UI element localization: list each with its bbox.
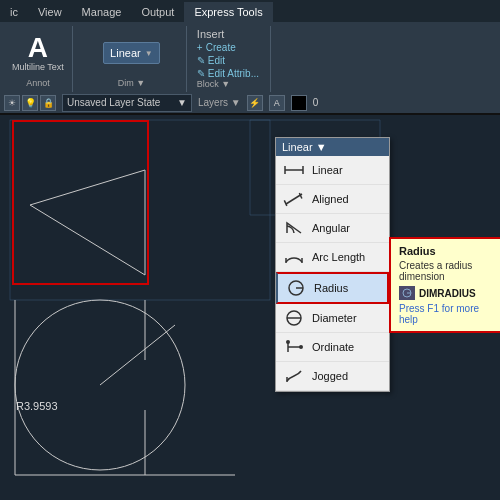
tab-view[interactable]: View — [28, 2, 72, 22]
aligned-dim-icon — [282, 189, 306, 209]
tooltip-title: Radius — [399, 245, 494, 257]
ribbon-content: A Multiline Text Annot Linear ▼ Dim ▼ In… — [0, 22, 500, 92]
multiline-text-label: Multiline Text — [12, 62, 64, 72]
annot-group: A Multiline Text Annot — [4, 26, 73, 92]
edit-attrib-icon: ✎ — [197, 68, 205, 79]
tab-ic[interactable]: ic — [0, 2, 28, 22]
create-icon: + — [197, 42, 203, 53]
small-icon-2[interactable]: A — [269, 95, 285, 111]
color-value: 0 — [313, 97, 319, 108]
layers-label: Layers ▼ — [198, 97, 241, 108]
jogged-label-item: Jogged — [312, 370, 348, 382]
insert-buttons: + Create ✎ Edit ✎ Edit Attrib... — [197, 42, 264, 79]
lock-icon[interactable]: 🔒 — [40, 95, 56, 111]
canvas-area: R3.9593 Linear ▼ Linear Aligned Angular — [0, 115, 500, 500]
dim-item-angular[interactable]: Angular — [276, 214, 389, 243]
dimension-group: Linear ▼ Dim ▼ — [77, 26, 187, 92]
tooltip-command-row: DIMRADIUS — [399, 286, 494, 300]
aligned-label-item: Aligned — [312, 193, 349, 205]
create-label: Create — [206, 42, 236, 53]
tab-manage[interactable]: Manage — [72, 2, 132, 22]
edit-attrib-label: Edit Attrib... — [208, 68, 259, 79]
edit-attrib-button[interactable]: ✎ Edit Attrib... — [197, 68, 264, 79]
linear-dim-icon — [282, 160, 306, 180]
ordinate-dim-icon — [282, 337, 306, 357]
small-icon-1[interactable]: ⚡ — [247, 95, 263, 111]
svg-point-29 — [299, 345, 303, 349]
jogged-dim-icon — [282, 366, 306, 386]
ribbon-tabs: ic View Manage Output Express Tools — [0, 0, 500, 22]
linear-dropdown-button[interactable]: Linear ▼ — [103, 42, 160, 64]
layer-icons: ☀ 💡 🔒 — [4, 95, 56, 111]
linear-label: Linear — [110, 47, 141, 59]
dimension-group-label: Dim ▼ — [118, 78, 145, 90]
dimension-dropdown[interactable]: Linear ▼ Linear Aligned Angular — [275, 137, 390, 392]
svg-line-18 — [286, 194, 302, 204]
angular-label-item: Angular — [312, 222, 350, 234]
arc-length-label-item: Arc Length — [312, 251, 365, 263]
layer-name: Unsaved Layer State — [67, 97, 160, 108]
insert-label: Insert — [197, 28, 264, 40]
edit-icon: ✎ — [197, 55, 205, 66]
dim-item-aligned[interactable]: Aligned — [276, 185, 389, 214]
dim-item-arc-length[interactable]: Arc Length — [276, 243, 389, 272]
tooltip-panel: Radius Creates a radius dimension DIMRAD… — [389, 237, 500, 333]
dim-item-radius[interactable]: Radius — [276, 272, 389, 304]
dim-item-diameter[interactable]: Diameter — [276, 304, 389, 333]
multiline-text-icon: A — [28, 34, 48, 62]
dim-item-jogged[interactable]: Jogged — [276, 362, 389, 391]
svg-point-30 — [286, 340, 290, 344]
color-box[interactable] — [291, 95, 307, 111]
diameter-label-item: Diameter — [312, 312, 357, 324]
layer-dropdown-arrow-icon: ▼ — [177, 97, 187, 108]
help-link[interactable]: Press F1 for more help — [399, 303, 494, 325]
layer-dropdown[interactable]: Unsaved Layer State ▼ — [62, 94, 192, 112]
dropdown-header: Linear ▼ — [276, 138, 389, 156]
radius-label-item: Radius — [314, 282, 348, 294]
tab-express-tools[interactable]: Express Tools — [184, 2, 272, 22]
tab-output[interactable]: Output — [131, 2, 184, 22]
annot-group-content: A Multiline Text — [10, 28, 66, 78]
dropdown-header-label: Linear ▼ — [282, 141, 327, 153]
dim-item-ordinate[interactable]: Ordinate — [276, 333, 389, 362]
arc-length-dim-icon — [282, 247, 306, 267]
command-text: DIMRADIUS — [419, 288, 476, 299]
tooltip-description: Creates a radius dimension — [399, 260, 494, 282]
dimradius-icon — [399, 286, 415, 300]
radius-dim-icon — [284, 278, 308, 298]
linear-label-item: Linear — [312, 164, 343, 176]
radius-label: R3.9593 — [16, 400, 58, 412]
multiline-text-button[interactable]: A Multiline Text — [10, 32, 66, 74]
dimension-group-content: Linear ▼ — [103, 28, 160, 78]
ordinate-label-item: Ordinate — [312, 341, 354, 353]
edit-button[interactable]: ✎ Edit — [197, 55, 264, 66]
create-button[interactable]: + Create — [197, 42, 264, 53]
annot-group-label: Annot — [26, 78, 50, 90]
bulb-icon[interactable]: 💡 — [22, 95, 38, 111]
angular-dim-icon — [282, 218, 306, 238]
selection-box — [12, 120, 149, 285]
diameter-dim-icon — [282, 308, 306, 328]
layers-row: ☀ 💡 🔒 Unsaved Layer State ▼ Layers ▼ ⚡ A… — [0, 92, 500, 114]
dropdown-arrow-icon: ▼ — [145, 49, 153, 58]
sun-icon[interactable]: ☀ — [4, 95, 20, 111]
ribbon: ic View Manage Output Express Tools A Mu… — [0, 0, 500, 115]
dim-item-linear[interactable]: Linear — [276, 156, 389, 185]
insert-group: Insert + Create ✎ Edit ✎ Edit Attrib... … — [191, 26, 271, 92]
block-group-label: Block ▼ — [197, 79, 264, 91]
edit-label: Edit — [208, 55, 225, 66]
